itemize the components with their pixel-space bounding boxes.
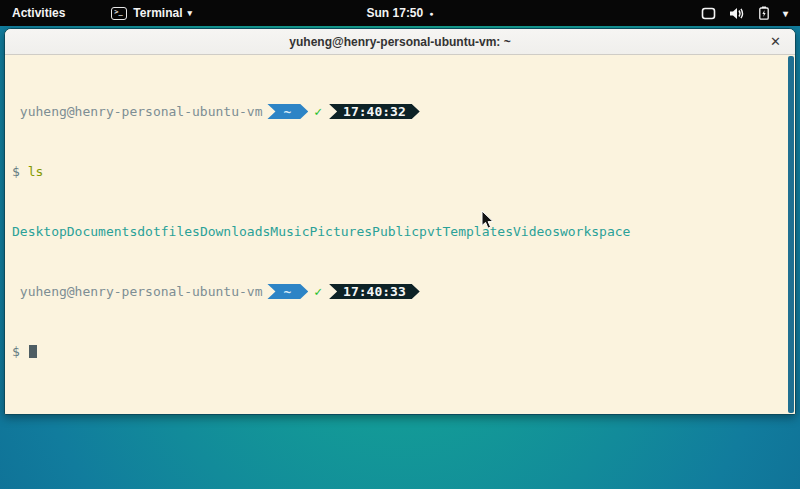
dir-entry: pvt [419, 224, 442, 239]
dir-entry: workspace [560, 224, 630, 239]
close-icon[interactable]: ✕ [770, 29, 781, 54]
ls-output-line: Desktop Documents dotfiles Downloads Mus… [12, 224, 795, 239]
powerline-cwd-segment: ~ [267, 104, 308, 119]
dir-entry: Templates [443, 224, 513, 239]
chevron-down-icon: ▾ [187, 8, 192, 18]
mouse-cursor-icon [481, 210, 495, 230]
dir-entry: dotfiles [137, 224, 200, 239]
system-status-area[interactable]: ▾ [701, 0, 800, 26]
command-line: $ ls [12, 164, 795, 179]
dir-entry: Music [270, 224, 309, 239]
dir-entry: Downloads [200, 224, 270, 239]
prompt-line-1: yuheng@henry-personal-ubuntu-vm ~ ✓ 17:4… [12, 104, 795, 119]
window-title: yuheng@henry-personal-ubuntu-vm: ~ [289, 35, 510, 49]
dir-entry: Public [372, 224, 419, 239]
prompt-line-2: yuheng@henry-personal-ubuntu-vm ~ ✓ 17:4… [12, 284, 795, 299]
powerline-cwd-segment: ~ [267, 284, 308, 299]
app-menu-terminal[interactable]: >_ Terminal ▾ [105, 0, 198, 26]
prompt-symbol: $ [12, 164, 20, 179]
terminal-block-cursor [29, 345, 37, 358]
dir-entry: Documents [67, 224, 137, 239]
typed-command: ls [28, 164, 44, 179]
activities-button[interactable]: Activities [0, 0, 77, 26]
powerline-time-segment: 17:40:32 [329, 104, 420, 119]
dir-entry: Videos [513, 224, 560, 239]
prompt-user-host: yuheng@henry-personal-ubuntu-vm [12, 284, 262, 299]
clock[interactable]: Sun 17:50 [367, 6, 424, 20]
dir-entry: Desktop [12, 224, 67, 239]
terminal-window: yuheng@henry-personal-ubuntu-vm: ~ ✕ yuh… [4, 28, 796, 415]
volume-icon [729, 7, 745, 20]
prompt-user-host: yuheng@henry-personal-ubuntu-vm [12, 104, 262, 119]
gnome-top-bar: Activities >_ Terminal ▾ Sun 17:50 ● ▾ [0, 0, 800, 26]
terminal-app-icon: >_ [111, 7, 127, 20]
scrollbar[interactable] [788, 56, 794, 413]
app-menu-label: Terminal [133, 6, 182, 20]
status-check-icon: ✓ [314, 104, 322, 119]
screen-share-icon [701, 7, 716, 20]
prompt-symbol: $ [12, 344, 20, 359]
status-check-icon: ✓ [314, 284, 322, 299]
terminal-content[interactable]: yuheng@henry-personal-ubuntu-vm ~ ✓ 17:4… [5, 56, 795, 414]
dir-entry: Pictures [309, 224, 372, 239]
powerline-time-segment: 17:40:33 [329, 284, 420, 299]
chevron-down-icon: ▾ [783, 8, 788, 19]
battery-charging-icon [758, 6, 770, 20]
notification-dot-icon: ● [429, 10, 433, 17]
window-titlebar[interactable]: yuheng@henry-personal-ubuntu-vm: ~ ✕ [5, 29, 795, 55]
input-line[interactable]: $ [12, 344, 795, 359]
